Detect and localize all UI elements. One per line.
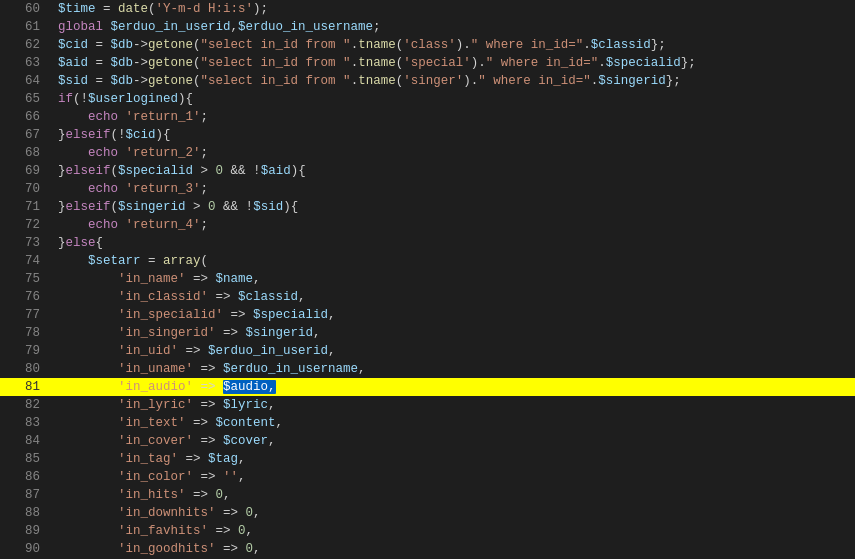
line-number: 69 — [12, 164, 48, 178]
debug-dot — [0, 380, 12, 394]
line-content: 'in_color' => '', — [52, 470, 855, 484]
line-number: 83 — [12, 416, 48, 430]
code-line: 73}else{ — [0, 234, 855, 252]
code-line: 64$sid = $db->getone("select in_id from … — [0, 72, 855, 90]
line-gutter: 83 — [0, 416, 52, 430]
code-line: 78 'in_singerid' => $singerid, — [0, 324, 855, 342]
code-line: 75 'in_name' => $name, — [0, 270, 855, 288]
debug-dot — [0, 92, 12, 106]
line-number: 82 — [12, 398, 48, 412]
line-content: $aid = $db->getone("select in_id from ".… — [52, 56, 855, 70]
debug-dot — [0, 254, 12, 268]
code-line: 71}elseif($singerid > 0 && !$sid){ — [0, 198, 855, 216]
line-gutter: 79 — [0, 344, 52, 358]
line-gutter: 68 — [0, 146, 52, 160]
line-gutter: 72 — [0, 218, 52, 232]
code-line: 81 'in_audio' => $audio, — [0, 378, 855, 396]
line-number: 75 — [12, 272, 48, 286]
code-line: 77 'in_specialid' => $specialid, — [0, 306, 855, 324]
debug-dot — [0, 272, 12, 286]
debug-dot — [0, 398, 12, 412]
line-number: 87 — [12, 488, 48, 502]
line-content: $sid = $db->getone("select in_id from ".… — [52, 74, 855, 88]
line-content: global $erduo_in_userid,$erduo_in_userna… — [52, 20, 855, 34]
debug-dot — [0, 2, 12, 16]
debug-dot — [0, 110, 12, 124]
line-gutter: 62 — [0, 38, 52, 52]
debug-dot — [0, 362, 12, 376]
code-line: 87 'in_hits' => 0, — [0, 486, 855, 504]
code-line: 74 $setarr = array( — [0, 252, 855, 270]
code-line: 88 'in_downhits' => 0, — [0, 504, 855, 522]
code-line: 85 'in_tag' => $tag, — [0, 450, 855, 468]
line-number: 90 — [12, 542, 48, 556]
code-line: 61global $erduo_in_userid,$erduo_in_user… — [0, 18, 855, 36]
line-number: 61 — [12, 20, 48, 34]
line-number: 72 — [12, 218, 48, 232]
debug-dot — [0, 146, 12, 160]
debug-dot — [0, 470, 12, 484]
line-number: 62 — [12, 38, 48, 52]
code-line: 63$aid = $db->getone("select in_id from … — [0, 54, 855, 72]
code-line: 89 'in_favhits' => 0, — [0, 522, 855, 540]
line-gutter: 85 — [0, 452, 52, 466]
line-content: 'in_text' => $content, — [52, 416, 855, 430]
debug-dot — [0, 74, 12, 88]
line-content: 'in_favhits' => 0, — [52, 524, 855, 538]
debug-dot — [0, 488, 12, 502]
line-gutter: 60 — [0, 2, 52, 16]
debug-dot — [0, 344, 12, 358]
line-gutter: 76 — [0, 290, 52, 304]
debug-dot — [0, 128, 12, 142]
line-gutter: 70 — [0, 182, 52, 196]
code-line: 82 'in_lyric' => $lyric, — [0, 396, 855, 414]
line-content: 'in_singerid' => $singerid, — [52, 326, 855, 340]
debug-dot — [0, 326, 12, 340]
line-number: 65 — [12, 92, 48, 106]
line-number: 74 — [12, 254, 48, 268]
line-content: }else{ — [52, 236, 855, 250]
code-line: 79 'in_uid' => $erduo_in_userid, — [0, 342, 855, 360]
line-content: 'in_cover' => $cover, — [52, 434, 855, 448]
line-gutter: 81 — [0, 380, 52, 394]
debug-dot — [0, 452, 12, 466]
line-gutter: 84 — [0, 434, 52, 448]
line-content: $time = date('Y-m-d H:i:s'); — [52, 2, 855, 16]
line-number: 77 — [12, 308, 48, 322]
debug-dot — [0, 56, 12, 70]
line-gutter: 87 — [0, 488, 52, 502]
line-number: 63 — [12, 56, 48, 70]
line-gutter: 71 — [0, 200, 52, 214]
debug-dot — [0, 20, 12, 34]
debug-dot — [0, 308, 12, 322]
line-number: 85 — [12, 452, 48, 466]
line-gutter: 75 — [0, 272, 52, 286]
line-gutter: 61 — [0, 20, 52, 34]
line-number: 80 — [12, 362, 48, 376]
line-number: 79 — [12, 344, 48, 358]
line-content: 'in_downhits' => 0, — [52, 506, 855, 520]
code-line: 70 echo 'return_3'; — [0, 180, 855, 198]
line-content: 'in_audio' => $audio, — [52, 380, 855, 394]
code-line: 86 'in_color' => '', — [0, 468, 855, 486]
line-content: 'in_name' => $name, — [52, 272, 855, 286]
code-line: 66 echo 'return_1'; — [0, 108, 855, 126]
line-gutter: 88 — [0, 506, 52, 520]
line-content: 'in_goodhits' => 0, — [52, 542, 855, 556]
line-number: 67 — [12, 128, 48, 142]
code-editor[interactable]: 60$time = date('Y-m-d H:i:s'); 61global … — [0, 0, 855, 559]
line-gutter: 64 — [0, 74, 52, 88]
line-gutter: 65 — [0, 92, 52, 106]
line-content: $cid = $db->getone("select in_id from ".… — [52, 38, 855, 52]
line-gutter: 82 — [0, 398, 52, 412]
debug-dot — [0, 434, 12, 448]
debug-dot — [0, 164, 12, 178]
line-content: }elseif($singerid > 0 && !$sid){ — [52, 200, 855, 214]
line-number: 81 — [12, 380, 48, 394]
debug-dot — [0, 182, 12, 196]
code-line: 84 'in_cover' => $cover, — [0, 432, 855, 450]
line-content: echo 'return_2'; — [52, 146, 855, 160]
line-number: 64 — [12, 74, 48, 88]
line-content: echo 'return_1'; — [52, 110, 855, 124]
debug-dot — [0, 542, 12, 556]
